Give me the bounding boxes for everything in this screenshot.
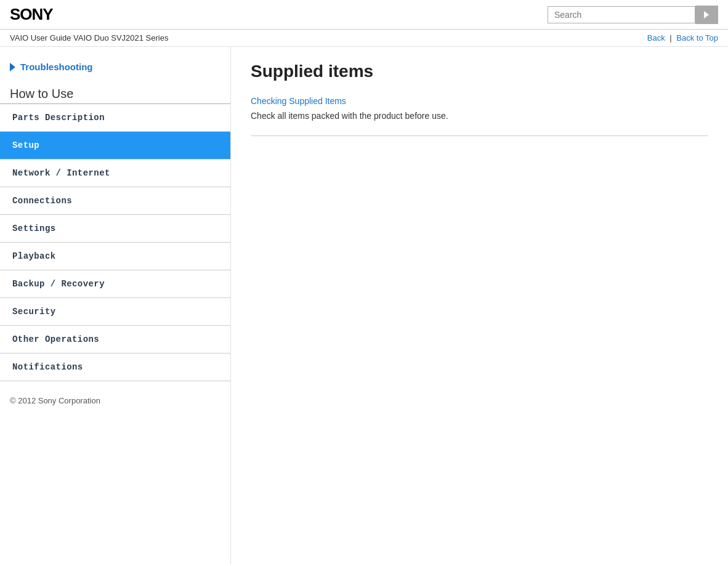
sidebar-item-other-operations[interactable]: Other Operations (0, 326, 230, 354)
guide-title: VAIO User Guide VAIO Duo SVJ2021 Series (10, 33, 168, 42)
sidebar-item-security[interactable]: Security (0, 298, 230, 326)
content-description: Check all items packed with the product … (251, 111, 708, 121)
nav-links: Back | Back to Top (647, 33, 718, 42)
content-area: Supplied items Checking Supplied Items C… (231, 47, 728, 564)
search-area (548, 6, 718, 24)
content-divider (251, 135, 708, 136)
troubleshooting-label: Troubleshooting (20, 62, 93, 72)
sidebar-item-parts-description[interactable]: Parts Description (0, 104, 230, 132)
sidebar-item-setup[interactable]: Setup (0, 132, 230, 160)
sidebar-item-notifications[interactable]: Notifications (0, 354, 230, 381)
sidebar-item-network---internet[interactable]: Network / Internet (0, 160, 230, 187)
sidebar-item-connections[interactable]: Connections (0, 187, 230, 215)
back-link[interactable]: Back (647, 33, 665, 42)
troubleshooting-link[interactable]: Troubleshooting (0, 57, 230, 82)
main-layout: Troubleshooting How to Use Parts Descrip… (0, 47, 728, 564)
header: SONY (0, 0, 728, 30)
checking-supplied-items-link[interactable]: Checking Supplied Items (251, 96, 708, 106)
search-input[interactable] (548, 6, 695, 23)
sidebar-items-container: Parts DescriptionSetupNetwork / Internet… (0, 104, 230, 381)
back-to-top-link[interactable]: Back to Top (676, 33, 718, 42)
search-arrow-icon (704, 11, 709, 18)
how-to-use-header: How to Use (0, 82, 230, 104)
copyright: © 2012 Sony Corporation (0, 381, 230, 410)
troubleshooting-arrow-icon (10, 63, 15, 71)
search-button[interactable] (695, 6, 718, 24)
sidebar: Troubleshooting How to Use Parts Descrip… (0, 47, 231, 564)
sidebar-item-playback[interactable]: Playback (0, 243, 230, 270)
sidebar-item-settings[interactable]: Settings (0, 215, 230, 243)
nav-separator: | (669, 33, 671, 42)
page-title: Supplied items (251, 62, 708, 81)
sidebar-item-backup---recovery[interactable]: Backup / Recovery (0, 270, 230, 298)
subtitle-bar: VAIO User Guide VAIO Duo SVJ2021 Series … (0, 30, 728, 47)
sony-logo: SONY (10, 5, 53, 24)
